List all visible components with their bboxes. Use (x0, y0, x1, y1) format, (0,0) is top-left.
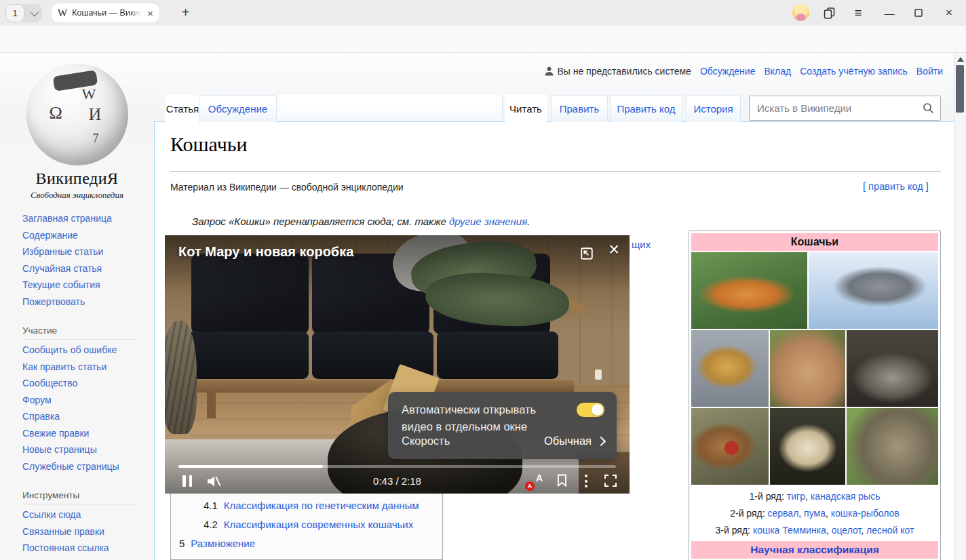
hatnote-link[interactable]: другие значения (449, 216, 527, 227)
caption-link[interactable]: кошка-рыболов (831, 508, 900, 519)
chevron-right-icon (596, 436, 606, 445)
sidebar-item-recent-changes[interactable]: Свежие правки (22, 428, 151, 445)
sidebar-item-special-pages[interactable]: Служебные страницы (22, 461, 151, 478)
canada-lynx-image[interactable] (809, 252, 938, 329)
personal-link-contributions[interactable]: Вклад (764, 66, 791, 77)
toc-link[interactable]: Размножение (191, 538, 255, 549)
popout-window-icon[interactable] (579, 246, 594, 264)
video-scene-outlet (595, 369, 602, 380)
auto-open-toggle[interactable] (577, 403, 604, 417)
sidebar-item-donate[interactable]: Пожертвовать (22, 296, 151, 313)
user-icon (545, 66, 554, 76)
chevron-down-icon (30, 8, 39, 17)
tab-read[interactable]: Читать (505, 95, 547, 122)
sidebar-item-new-pages[interactable]: Новые страницы (22, 444, 151, 461)
video-progress-played (178, 465, 323, 468)
wildcat-image[interactable] (847, 408, 938, 485)
page-title: Кошачьи (170, 133, 248, 156)
new-tab-button[interactable]: + (176, 3, 195, 22)
temminck-cat-image[interactable] (691, 408, 769, 485)
title-rule (170, 171, 941, 172)
sidebar-item-permanent-link[interactable]: Постоянная ссылка (22, 542, 151, 559)
globe-glyph: И (89, 104, 102, 125)
save-bookmark-icon[interactable] (557, 474, 567, 489)
minimize-icon[interactable]: — (881, 5, 898, 21)
menu-icon[interactable]: ≡ (849, 5, 867, 21)
close-window-icon[interactable]: × (940, 5, 958, 21)
speed-value: Обычная (544, 435, 592, 447)
caption-link[interactable]: тигр (787, 491, 805, 502)
fishing-cat-image[interactable] (847, 330, 938, 407)
sidebar-item-related-changes[interactable]: Связанные правки (22, 526, 151, 543)
login-notice: Вы не представились системе (545, 66, 691, 77)
tab-title: Кошачьи — Википедия (72, 8, 142, 18)
scrollbar-thumb[interactable] (956, 65, 964, 113)
occluded-text-fragment[interactable]: щих (632, 239, 651, 250)
caption-link[interactable]: кошка Темминка (753, 525, 826, 536)
sidebar-item-what-links-here[interactable]: Ссылки сюда (22, 509, 151, 526)
sidebar-item-help[interactable]: Справка (22, 411, 151, 428)
tab-edit[interactable]: Править (551, 95, 608, 122)
video-progress-bar[interactable] (178, 465, 616, 468)
caption-link[interactable]: лесной кот (866, 525, 914, 536)
personal-link-talk[interactable]: Обсуждение (700, 66, 756, 77)
sidebar-item-featured[interactable]: Избранные статьи (22, 246, 151, 263)
sidebar-item-report-error[interactable]: Сообщить об ошибке (22, 344, 151, 361)
side-panels-icon[interactable] (820, 5, 838, 21)
toc-item: 4.2Классификация современных кошачьих (171, 515, 442, 534)
serval-image[interactable] (691, 330, 769, 407)
sidebar-item-forum[interactable]: Форум (22, 395, 151, 412)
profile-avatar[interactable] (792, 4, 809, 21)
tab-counter[interactable]: 1 (5, 4, 42, 22)
tiger-image[interactable] (691, 252, 807, 329)
toc-link[interactable]: Классификация по генетическим данным (224, 500, 419, 511)
browser-tab[interactable]: W Кошачьи — Википедия × (52, 3, 159, 22)
search-icon[interactable] (923, 102, 934, 114)
scrollbar-up-arrow[interactable] (957, 57, 964, 62)
sidebar-item-random[interactable]: Случайная статья (22, 263, 151, 280)
maximize-icon[interactable] (910, 5, 927, 21)
site-subtitle: Материал из Википедии — свободной энцикл… (170, 182, 404, 193)
search-input[interactable] (756, 102, 923, 115)
video-controls: 0:43 / 2:18 A A (165, 473, 630, 494)
kebab-menu-icon[interactable] (585, 475, 587, 487)
taxobox-image-row-2 (691, 330, 938, 407)
sidebar-item-main-page[interactable]: Заглавная страница (22, 213, 151, 230)
fullscreen-icon[interactable] (604, 474, 617, 490)
wikipedia-logo[interactable]: Ω W И 7 ВикипедиЯ Свободная энциклопедия (0, 60, 154, 201)
tab-bar-spacer (277, 95, 503, 121)
tab-article[interactable]: Статья (165, 95, 200, 122)
sidebar-item-contents[interactable]: Содержание (22, 230, 151, 247)
tab-discussion[interactable]: Обсуждение (199, 95, 277, 122)
browser-window: 1 W Кошачьи — Википедия × + ≡ — × ← Я ↻ … (0, 0, 966, 560)
personal-link-login[interactable]: Войти (916, 66, 943, 77)
translate-icon[interactable]: A A (526, 473, 543, 489)
speed-row[interactable]: Скорость Обычная (402, 435, 604, 447)
edit-source-link[interactable]: [ править код ] (863, 181, 929, 192)
globe-glyph: W (82, 85, 96, 103)
translate-badge: A (525, 481, 535, 491)
caption-link[interactable]: оцелот (832, 525, 862, 536)
hatnote-period: . (527, 216, 530, 227)
caption-link[interactable]: сервал (768, 508, 799, 519)
caption-row-1: 1-й ряд: тигр, канадская рысь (691, 488, 938, 505)
sidebar-item-community[interactable]: Сообщество (22, 378, 151, 395)
page-scrollbar[interactable] (954, 53, 966, 560)
toc-item: 6 (171, 553, 442, 560)
tab-list-dropdown[interactable] (24, 10, 42, 16)
tab-history[interactable]: История (686, 95, 741, 122)
tab-close-icon[interactable]: × (147, 8, 153, 18)
tab-edit-source[interactable]: Править код (610, 95, 682, 122)
ocelot-image[interactable] (770, 408, 845, 485)
sidebar-header-tools: Инструменты (22, 490, 136, 504)
sidebar-item-how-to-edit[interactable]: Как править статьи (22, 361, 151, 378)
caption-link[interactable]: канадская рысь (811, 491, 881, 502)
tab-count[interactable]: 1 (5, 4, 24, 22)
sidebar-item-current-events[interactable]: Текущие события (22, 279, 151, 296)
video-close-icon[interactable]: × (608, 241, 619, 259)
puma-image[interactable] (770, 330, 845, 407)
caption-link[interactable]: пума (804, 508, 826, 519)
toc-link[interactable]: Классификация современных кошачьих (224, 519, 413, 530)
personal-link-create-account[interactable]: Создать учётную запись (800, 66, 908, 77)
wiki-search-box[interactable] (749, 96, 941, 121)
